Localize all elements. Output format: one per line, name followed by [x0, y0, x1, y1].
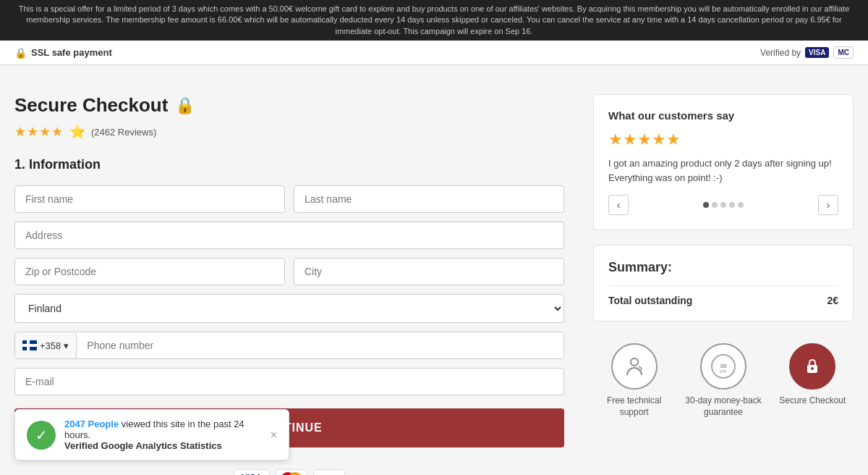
- visa-payment-icon: VISA: [234, 469, 270, 475]
- city-input[interactable]: [294, 258, 564, 285]
- total-row: Total outstanding 2€: [608, 285, 838, 306]
- right-column: What our customers say ★★★★★ I got an am…: [593, 94, 854, 475]
- checkout-lock-icon: 🔒: [175, 96, 195, 115]
- toast-count: 2047 People: [64, 419, 119, 429]
- dot-3: [720, 202, 726, 208]
- country-field: Finland: [14, 294, 564, 323]
- svg-text:30: 30: [720, 363, 727, 369]
- reviews-title: What our customers say: [608, 109, 838, 122]
- address-field: [14, 222, 564, 249]
- checkout-title-text: Secure Checkout: [14, 94, 168, 117]
- section-title: 1. Information: [14, 157, 564, 172]
- mastercard-payment-icon: [276, 469, 307, 475]
- svg-point-7: [811, 367, 814, 370]
- address-input[interactable]: [14, 222, 564, 249]
- banner-text: This is a special offer for a limited pe…: [19, 4, 850, 35]
- phone-row: +358 ▾: [14, 332, 564, 359]
- toast-close-button[interactable]: ×: [271, 429, 277, 442]
- review-nav: ‹ ›: [608, 195, 838, 215]
- country-row: Finland: [14, 294, 564, 323]
- secure-label: Secure Checkout: [779, 395, 846, 407]
- top-banner: This is a special offer for a limited pe…: [0, 0, 868, 41]
- finland-flag: [22, 340, 37, 350]
- country-select[interactable]: Finland: [14, 294, 564, 323]
- trust-guarantee: 30 DAY 30-day money-back guarantee: [682, 343, 764, 418]
- prev-review-button[interactable]: ‹: [608, 195, 629, 215]
- verified-text: Verified by: [760, 48, 801, 58]
- email-field: [14, 368, 564, 395]
- first-name-field: [14, 185, 285, 213]
- ssl-text: SSL safe payment: [31, 47, 112, 58]
- stars: ★★★★: [14, 124, 64, 140]
- phone-code: +358: [40, 340, 61, 351]
- support-icon: [611, 343, 658, 390]
- address-row: [14, 222, 564, 249]
- checkout-title: Secure Checkout 🔒: [14, 94, 564, 117]
- secure-icon: [789, 343, 835, 390]
- dot-4: [729, 202, 735, 208]
- next-review-button[interactable]: ›: [818, 195, 838, 215]
- review-count: (2462 Reviews): [91, 127, 156, 138]
- toast-text: 2047 People viewed this site in the past…: [64, 419, 262, 451]
- phone-input[interactable]: [77, 332, 563, 358]
- first-name-input[interactable]: [14, 185, 285, 213]
- toast-notification: ✓ 2047 People viewed this site in the pa…: [14, 409, 289, 461]
- last-name-input[interactable]: [294, 185, 564, 213]
- maestro-payment-icon: Maestro: [313, 469, 345, 475]
- svg-point-2: [631, 358, 638, 366]
- city-field: [294, 258, 564, 285]
- ssl-label: 🔒 SSL safe payment: [14, 47, 112, 59]
- review-dots: [703, 202, 744, 208]
- dot-1: [703, 202, 709, 208]
- toast-sub: Verified Google Analytics Statistics: [64, 440, 222, 451]
- mc-badge: MC: [833, 46, 854, 59]
- last-name-field: [294, 185, 564, 213]
- phone-dropdown-icon: ▾: [64, 340, 69, 351]
- summary-box: Summary: Total outstanding 2€: [593, 245, 854, 321]
- total-amount: 2€: [827, 295, 838, 306]
- header-bar: 🔒 SSL safe payment Verified by VISA MC: [0, 41, 868, 65]
- zip-field: [14, 258, 285, 285]
- shield-icon: ✓: [27, 421, 56, 450]
- guarantee-icon: 30 DAY: [700, 343, 746, 390]
- support-label: Free technical support: [593, 395, 675, 418]
- verified-section: Verified by VISA MC: [760, 46, 854, 59]
- email-row: [14, 368, 564, 395]
- email-input[interactable]: [14, 368, 564, 395]
- total-label: Total outstanding: [608, 295, 692, 306]
- guarantee-label: 30-day money-back guarantee: [682, 395, 764, 418]
- zip-input[interactable]: [14, 258, 285, 285]
- review-text: I got an amazing product only 2 days aft…: [608, 156, 838, 185]
- dot-2: [712, 202, 718, 208]
- lock-icon: 🔒: [14, 47, 27, 59]
- summary-title: Summary:: [608, 260, 838, 275]
- svg-text:DAY: DAY: [720, 369, 728, 374]
- half-star: ⭐: [69, 124, 85, 140]
- name-row: [14, 185, 564, 213]
- payment-icons: VISA Maestro: [14, 469, 564, 475]
- trust-icons: Free technical support 30 DAY 30-day mon…: [593, 336, 854, 425]
- review-stars: ★★★★★: [608, 130, 838, 149]
- trust-support: Free technical support: [593, 343, 675, 418]
- phone-prefix: +358 ▾: [15, 333, 77, 358]
- zip-city-row: [14, 258, 564, 285]
- trust-secure: Secure Checkout: [772, 343, 854, 418]
- dot-5: [738, 202, 744, 208]
- reviews-box: What our customers say ★★★★★ I got an am…: [593, 94, 854, 230]
- visa-badge: VISA: [805, 47, 829, 58]
- rating-row: ★★★★ ⭐ (2462 Reviews): [14, 124, 564, 140]
